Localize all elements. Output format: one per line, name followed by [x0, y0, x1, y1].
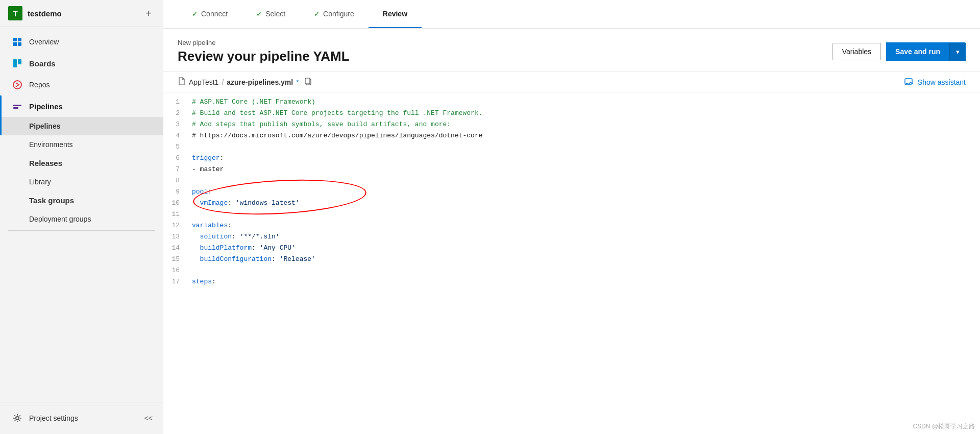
code-line: 12variables: — [163, 220, 980, 231]
sidebar-item-project-settings-label: Project settings — [29, 414, 78, 422]
line-content: # https://docs.microsoft.com/azure/devop… — [188, 130, 483, 141]
line-number: 10 — [163, 198, 188, 209]
sidebar-sub-task-groups-label: Task groups — [29, 196, 74, 205]
code-line: 17steps: — [163, 276, 980, 287]
sidebar-item-overview-label: Overview — [29, 38, 59, 46]
line-number: 11 — [163, 209, 188, 220]
sidebar-sub-releases[interactable]: Releases — [0, 154, 163, 173]
line-number: 5 — [163, 141, 188, 153]
tab-connect-label: Connect — [201, 10, 228, 18]
breadcrumb: New pipeline — [178, 39, 832, 46]
sidebar-sub-library[interactable]: Library — [0, 173, 163, 191]
sidebar: T testdemo + Overview Boards Repos — [0, 0, 163, 434]
code-area: AppTest1 / azure-pipelines.yml * Show as… — [163, 72, 980, 434]
code-editor-wrapper[interactable]: 1# ASP.NET Core (.NET Framework)2# Build… — [163, 92, 980, 434]
svg-rect-3 — [18, 42, 21, 46]
line-number: 6 — [163, 153, 188, 164]
sidebar-header: T testdemo + — [0, 0, 163, 27]
main-content: ✓ Connect ✓ Select ✓ Configure Review Ne… — [163, 0, 980, 434]
file-name: azure-pipelines.yml — [227, 78, 293, 86]
code-editor[interactable]: 1# ASP.NET Core (.NET Framework)2# Build… — [163, 92, 980, 292]
sidebar-sub-library-label: Library — [29, 178, 51, 186]
line-number: 4 — [163, 130, 188, 141]
save-run-button[interactable]: Save and run — [886, 42, 949, 61]
line-content: steps: — [188, 276, 216, 287]
add-project-button[interactable]: + — [142, 7, 155, 20]
sidebar-item-boards[interactable]: Boards — [0, 53, 163, 74]
sidebar-sub-environments[interactable]: Environments — [0, 135, 163, 154]
code-line: 16 — [163, 265, 980, 276]
svg-marker-10 — [179, 78, 184, 85]
line-number: 2 — [163, 108, 188, 119]
line-content: variables: — [188, 220, 232, 231]
svg-rect-1 — [18, 38, 21, 41]
svg-rect-5 — [18, 59, 21, 64]
code-toolbar: AppTest1 / azure-pipelines.yml * Show as… — [163, 72, 980, 92]
connect-check-icon: ✓ — [192, 10, 198, 18]
sidebar-bottom: Project settings << — [0, 402, 163, 434]
sidebar-sub-deployment-groups[interactable]: Deployment groups — [0, 210, 163, 228]
sidebar-sub-environments-label: Environments — [29, 140, 73, 149]
copy-icon[interactable] — [304, 77, 312, 87]
project-logo: T — [8, 6, 22, 20]
tab-select[interactable]: ✓ Select — [242, 0, 300, 28]
tab-review[interactable]: Review — [369, 0, 422, 28]
sidebar-item-boards-label: Boards — [29, 59, 56, 68]
code-line: 2# Build and test ASP.NET Core projects … — [163, 108, 980, 119]
save-run-button-group: Save and run ▾ — [886, 42, 966, 61]
repos-icon — [12, 79, 23, 90]
file-path: AppTest1 / azure-pipelines.yml * — [178, 77, 904, 87]
svg-rect-0 — [13, 38, 17, 41]
variables-button[interactable]: Variables — [832, 43, 881, 60]
code-line: 10 vmImage: 'windows-latest' — [163, 198, 980, 209]
select-check-icon: ✓ — [256, 10, 262, 18]
line-number: 16 — [163, 265, 188, 276]
sidebar-sub-pipelines[interactable]: Pipelines — [0, 117, 163, 135]
sidebar-item-pipelines-label: Pipelines — [29, 102, 63, 111]
line-content: - master — [188, 164, 224, 175]
tab-configure[interactable]: ✓ Configure — [300, 0, 369, 28]
sidebar-sub-task-groups[interactable]: Task groups — [0, 191, 163, 210]
sidebar-item-overview[interactable]: Overview — [0, 31, 163, 53]
sidebar-item-project-settings[interactable]: Project settings << — [0, 407, 163, 429]
code-line: 11 — [163, 209, 980, 220]
code-line: 4# https://docs.microsoft.com/azure/devo… — [163, 130, 980, 141]
configure-check-icon: ✓ — [314, 10, 320, 18]
line-number: 14 — [163, 243, 188, 254]
sidebar-nav: Overview Boards Repos Pipelines Pipeline… — [0, 27, 163, 402]
tab-connect[interactable]: ✓ Connect — [178, 0, 242, 28]
boards-icon — [12, 58, 23, 69]
sidebar-item-repos[interactable]: Repos — [0, 74, 163, 95]
sidebar-item-pipelines[interactable]: Pipelines — [0, 95, 163, 117]
code-line: 15 buildConfiguration: 'Release' — [163, 254, 980, 265]
line-number: 1 — [163, 97, 188, 108]
show-assistant-button[interactable]: Show assistant — [904, 78, 966, 86]
svg-rect-12 — [305, 78, 310, 84]
line-number: 7 — [163, 164, 188, 175]
watermark: CSDN @松哥学习之路 — [913, 422, 975, 431]
sidebar-sub-releases-label: Releases — [29, 159, 62, 167]
code-line: 5 — [163, 141, 980, 153]
line-content: pool: — [188, 186, 212, 198]
code-line: 13 solution: '**/*.sln' — [163, 231, 980, 243]
code-line: 1# ASP.NET Core (.NET Framework) — [163, 97, 980, 108]
code-line: 7- master — [163, 164, 980, 175]
sidebar-item-repos-label: Repos — [29, 81, 50, 89]
show-assistant-label: Show assistant — [918, 78, 966, 86]
repo-name: AppTest1 — [189, 78, 218, 86]
svg-rect-8 — [13, 107, 18, 109]
project-name: testdemo — [28, 9, 142, 18]
page-header-actions: Variables Save and run ▾ — [832, 42, 966, 61]
assistant-icon — [904, 78, 914, 86]
line-number: 12 — [163, 220, 188, 231]
overview-icon — [12, 36, 23, 47]
code-line: 14 buildPlatform: 'Any CPU' — [163, 243, 980, 254]
save-run-dropdown-button[interactable]: ▾ — [949, 43, 966, 61]
code-line: 9pool: — [163, 186, 980, 198]
line-number: 8 — [163, 175, 188, 186]
svg-rect-4 — [13, 59, 17, 67]
settings-icon — [12, 413, 23, 424]
line-content: # Add steps that publish symbols, save b… — [188, 119, 451, 130]
line-content: buildConfiguration: 'Release' — [188, 254, 315, 265]
svg-rect-7 — [13, 105, 21, 106]
